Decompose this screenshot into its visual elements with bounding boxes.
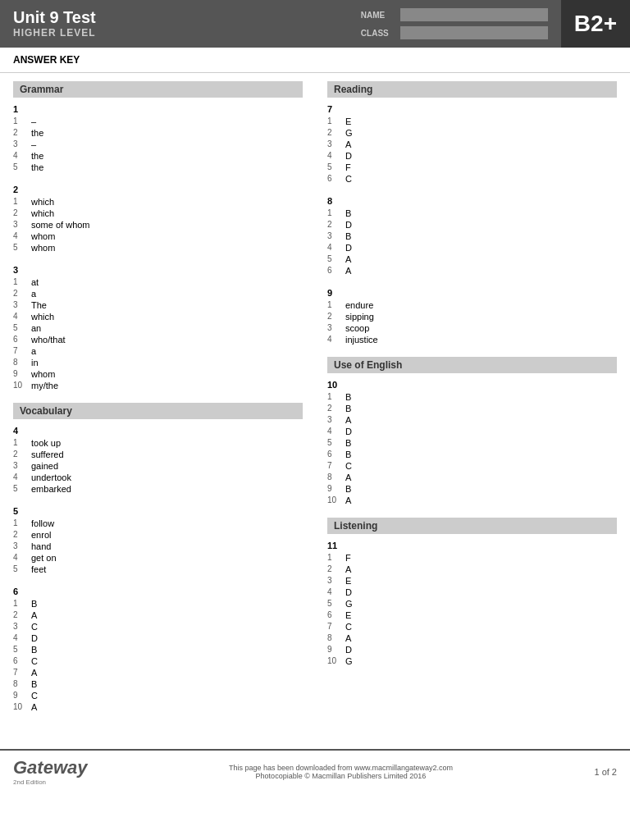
list-item: 4undertook (13, 472, 303, 483)
list-item: 2A (13, 609, 303, 621)
answer-list: 1endure2sipping3scoop4injustice (327, 299, 617, 345)
answer-number: 6 (13, 656, 25, 666)
answer-number: 7 (327, 461, 339, 471)
question-group: 11–2the3–4the5the (13, 104, 303, 173)
answer-number: 5 (327, 162, 339, 172)
list-item: 4whom (13, 231, 303, 242)
footer-logo: Gateway 2nd Edition (13, 757, 88, 786)
question-number: 9 (327, 288, 617, 298)
answer-value: undertook (31, 472, 71, 482)
answer-value: B (345, 438, 351, 448)
list-item: 1– (13, 116, 303, 127)
answer-value: – (31, 139, 36, 149)
question-number: 7 (327, 104, 617, 114)
question-group: 111F2A3E4D5G6E7C8A9D10G (327, 541, 617, 667)
answer-value: some of whom (31, 220, 90, 230)
answer-list: 1–2the3–4the5the (13, 116, 303, 173)
answer-value: follow (31, 518, 54, 528)
list-item: 5embarked (13, 483, 303, 495)
answer-value: get on (31, 553, 57, 563)
answer-value: at (31, 277, 39, 287)
answer-number: 3 (327, 323, 339, 333)
answer-value: A (345, 415, 351, 425)
list-item: 5B (327, 437, 617, 449)
question-group: 91endure2sipping3scoop4injustice (327, 288, 617, 345)
answer-value: enrol (31, 530, 51, 540)
answer-number: 5 (13, 645, 25, 655)
unit-title: Unit 9 Test (13, 8, 335, 27)
answer-value: A (31, 610, 37, 620)
answer-number: 5 (327, 599, 339, 609)
list-item: 3– (13, 139, 303, 150)
level-subtitle: HIGHER LEVEL (13, 27, 335, 39)
use-of-english-section-header: Use of English (327, 357, 617, 373)
list-item: 2sipping (327, 311, 617, 322)
list-item: 2suffered (13, 449, 303, 460)
answer-number: 8 (13, 358, 25, 368)
answer-number: 10 (13, 381, 25, 390)
answer-number: 2 (327, 404, 339, 413)
answer-number: 2 (327, 128, 339, 138)
answer-number: 5 (13, 162, 25, 172)
list-item: 2the (13, 127, 303, 139)
answer-number: 6 (327, 174, 339, 184)
answer-value: B (31, 645, 37, 655)
listening-section-header: Listening (327, 518, 617, 534)
answer-number: 9 (327, 484, 339, 494)
question-group: 21which2which3some of whom4whom5whom (13, 185, 303, 253)
header: Unit 9 Test HIGHER LEVEL NAME CLASS B2+ (0, 0, 630, 48)
question-group: 71E2G3A4D5F6C (327, 104, 617, 185)
list-item: 1B (327, 391, 617, 403)
answer-number: 3 (327, 231, 339, 241)
answer-number: 4 (327, 335, 339, 345)
edition-text: 2nd Edition (13, 778, 46, 786)
list-item: 2D (327, 219, 617, 231)
answer-value: D (31, 633, 38, 643)
answer-number: 8 (13, 679, 25, 689)
answer-value: D (345, 587, 352, 597)
answer-value: A (345, 472, 351, 482)
list-item: 7A (13, 667, 303, 678)
list-item: 3scoop (327, 322, 617, 334)
answer-number: 6 (327, 450, 339, 459)
list-item: 3gained (13, 460, 303, 472)
answer-value: in (31, 358, 39, 368)
answer-number: 5 (327, 438, 339, 448)
answer-number: 3 (13, 622, 25, 632)
list-item: 5F (327, 162, 617, 173)
listening-groups: 111F2A3E4D5G6E7C8A9D10G (327, 541, 617, 667)
answer-number: 1 (327, 392, 339, 402)
answer-value: the (31, 151, 43, 161)
list-item: 3hand (13, 541, 303, 552)
answer-list: 1E2G3A4D5F6C (327, 116, 617, 185)
class-input[interactable] (400, 26, 548, 39)
answer-number: 5 (13, 564, 25, 574)
list-item: 1endure (327, 299, 617, 311)
answer-number: 9 (13, 691, 25, 701)
list-item: 1follow (13, 518, 303, 529)
list-item: 7C (327, 621, 617, 632)
question-group: 101B2B3A4D5B6B7C8A9B10A (327, 380, 617, 506)
answer-value: whom (31, 231, 55, 241)
answer-number: 2 (327, 312, 339, 322)
answer-number: 4 (13, 151, 25, 161)
answer-number: 9 (327, 645, 339, 655)
answer-value: which (31, 312, 54, 322)
gateway-logo-text: Gateway (13, 757, 88, 778)
answer-value: D (345, 220, 352, 230)
answer-value: The (31, 300, 47, 310)
answer-value: sipping (345, 312, 374, 322)
list-item: 6C (13, 655, 303, 667)
answer-value: endure (345, 300, 373, 310)
answer-number: 2 (13, 450, 25, 459)
answer-number: 2 (327, 220, 339, 230)
answer-number: 3 (13, 139, 25, 149)
name-input[interactable] (400, 8, 548, 21)
answer-number: 1 (13, 116, 25, 126)
list-item: 5B (13, 644, 303, 655)
answer-number: 1 (13, 277, 25, 287)
list-item: 5feet (13, 564, 303, 575)
list-item: 8A (327, 632, 617, 644)
answer-number: 7 (327, 622, 339, 632)
list-item: 9C (13, 690, 303, 701)
